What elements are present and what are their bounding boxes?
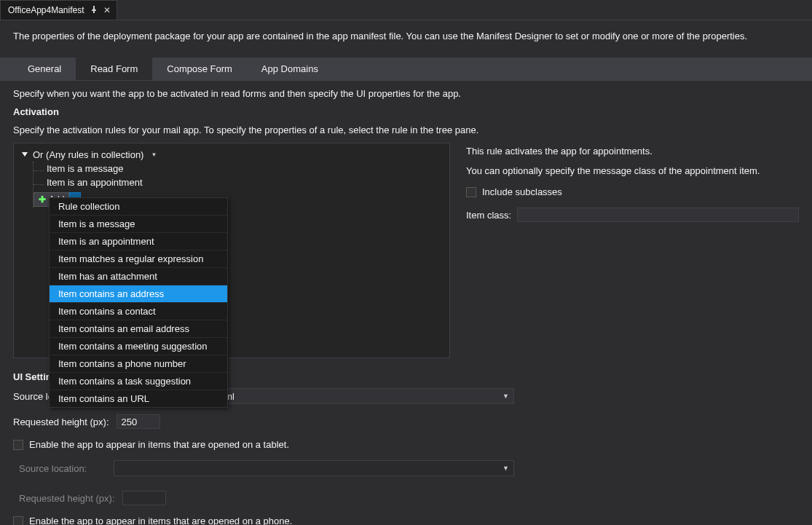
disabled-source-location-combo: ▼ [114, 460, 514, 476]
close-icon[interactable]: ✕ [103, 5, 111, 15]
include-subclasses-checkbox[interactable] [466, 187, 476, 197]
dropdown-item[interactable]: Item contains a contact [50, 303, 227, 320]
tree-root-node[interactable]: Or (Any rules in collection) ▼ [17, 148, 446, 162]
tree-item[interactable]: Item is a message [33, 162, 446, 175]
document-tab-title: OfficeApp4Manifest [8, 5, 84, 15]
activation-heading: Activation [13, 106, 799, 117]
pin-icon[interactable] [90, 5, 98, 15]
dropdown-item[interactable]: Item is a message [50, 216, 227, 233]
item-class-label: Item class: [466, 210, 511, 221]
read-form-intro: Specify when you want the app to be acti… [13, 88, 799, 99]
tab-read-form[interactable]: Read Form [76, 58, 152, 80]
dropdown-item[interactable]: Item contains a meeting suggestion [50, 338, 227, 355]
rule-detail-line1: This rule activates the app for appointm… [466, 146, 799, 157]
chevron-down-icon: ▼ [502, 392, 509, 400]
tree-item[interactable]: Item is an appointment [33, 175, 446, 189]
tab-app-domains[interactable]: App Domains [247, 58, 333, 80]
add-rule-dropdown: Rule collectionItem is a messageItem is … [49, 197, 228, 408]
activation-desc: Specify the activation rules for your ma… [13, 125, 799, 135]
dropdown-item[interactable]: Item contains a task suggestion [50, 373, 227, 390]
chevron-down-icon[interactable]: ▼ [151, 151, 157, 158]
enable-phone-checkbox[interactable] [13, 516, 23, 526]
disabled-requested-height-label: Requested height (px): [19, 493, 115, 504]
chevron-down-icon: ▼ [502, 465, 509, 472]
dropdown-item[interactable]: Item contains a phone number [50, 355, 227, 373]
disabled-source-location-label: Source location: [19, 463, 109, 474]
plus-icon: ✚ [34, 194, 49, 205]
disabled-requested-height-input [122, 491, 166, 505]
enable-tablet-checkbox[interactable] [13, 440, 23, 450]
rule-detail-panel: This rule activates the app for appointm… [466, 143, 799, 358]
requested-height-label: Requested height (px): [13, 417, 109, 427]
tree-root-label: Or (Any rules in collection) [33, 149, 143, 160]
item-class-input[interactable] [517, 208, 799, 222]
enable-phone-label: Enable the app to appear in items that a… [29, 516, 292, 525]
dropdown-item[interactable]: Item matches a regular expression [50, 250, 227, 268]
tab-compose-form[interactable]: Compose Form [152, 58, 247, 80]
expand-icon[interactable] [21, 149, 28, 160]
rule-detail-line2: You can optionally specify the message c… [466, 165, 799, 176]
dropdown-item[interactable]: Item contains an address [50, 285, 227, 303]
include-subclasses-label: Include subclasses [482, 186, 562, 197]
dropdown-item[interactable]: Item has an attachment [50, 268, 227, 285]
designer-hint: The properties of the deployment package… [13, 31, 799, 42]
enable-tablet-label: Enable the app to appear in items that a… [29, 439, 289, 450]
dropdown-item[interactable]: Rule collection [50, 198, 227, 216]
nav-tabs: General Read Form Compose Form App Domai… [0, 58, 812, 81]
tab-general[interactable]: General [13, 58, 76, 80]
dropdown-item[interactable]: Item contains an email address [50, 320, 227, 338]
dropdown-item[interactable]: Item contains an URL [50, 390, 227, 407]
requested-height-input[interactable] [117, 414, 160, 429]
dropdown-item[interactable]: Item is an appointment [50, 233, 227, 250]
document-tab[interactable]: OfficeApp4Manifest ✕ [0, 0, 117, 20]
document-tab-row: OfficeApp4Manifest ✕ [0, 0, 812, 20]
